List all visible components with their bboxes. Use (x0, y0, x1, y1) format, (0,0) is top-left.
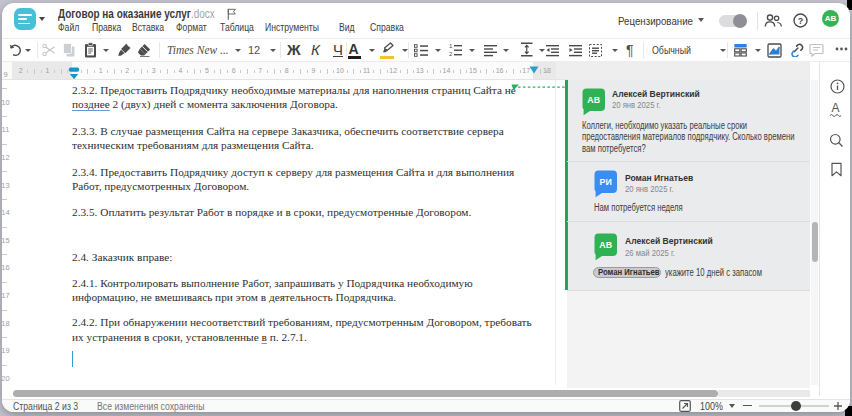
svg-text:?: ? (798, 16, 804, 26)
svg-text:А: А (831, 101, 839, 115)
svg-text:РИ: РИ (600, 177, 612, 187)
svg-text:1: 1 (449, 43, 453, 49)
svg-text:2: 2 (449, 51, 453, 57)
svg-text:АВ: АВ (599, 240, 612, 250)
svg-text:АВ: АВ (587, 95, 600, 105)
